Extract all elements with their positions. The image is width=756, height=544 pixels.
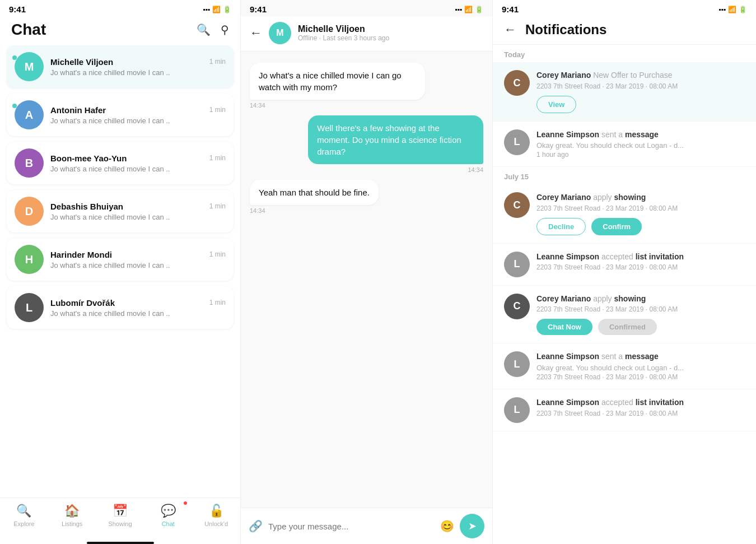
chat-avatar: L	[15, 293, 44, 322]
notif-content: Leanne Simpson sent a message Okay great…	[536, 351, 745, 381]
signal-icon-2: ▪▪▪	[455, 6, 462, 13]
chat-time: 1 min	[209, 106, 226, 114]
notif-name-row: Leanne Simpson sent a message	[536, 129, 745, 141]
chat-item[interactable]: A Antonin Hafer 1 min Jo what's a nice c…	[7, 94, 234, 136]
chat-avatar: D	[15, 197, 44, 226]
notif-action-text: accepted	[601, 252, 636, 261]
search-icon[interactable]: 🔍	[197, 23, 211, 36]
message-wrapper: Well there's a few showing at the moment…	[250, 115, 483, 173]
notif-sender-name: Corey Mariano	[536, 193, 591, 202]
notif-btn-confirmed[interactable]: Confirmed	[598, 319, 657, 335]
status-bar-2: 9:41 ▪▪▪ 📶 🔋	[241, 0, 492, 16]
message-time: 14:34	[468, 166, 483, 173]
chat-item[interactable]: B Boon-mee Yao-Yun 1 min Jo what's a nic…	[7, 142, 234, 184]
notification-item: C Corey Mariano New Offer to Purchase 22…	[493, 62, 756, 122]
notif-btn-confirm[interactable]: Confirm	[591, 218, 642, 235]
chat-time: 1 min	[209, 202, 226, 210]
time-2: 9:41	[250, 4, 267, 14]
time-1: 9:41	[9, 4, 26, 14]
chat-time: 1 min	[209, 154, 226, 162]
notif-action-text: sent a	[601, 130, 625, 139]
notif-sender-name: Leanne Simpson	[536, 398, 599, 407]
online-dot	[12, 55, 17, 60]
nav-item-chat[interactable]: 💬 Chat	[144, 504, 192, 527]
contact-avatar: M	[269, 22, 291, 44]
notif-sender-name: Leanne Simpson	[536, 130, 599, 139]
notifications-back-button[interactable]: ←	[504, 22, 516, 37]
emoji-icon[interactable]: 😊	[440, 519, 454, 533]
chat-preview: Jo what's a nice chilled movie I can ..	[50, 213, 226, 221]
chat-name: Michelle Viljoen	[50, 57, 113, 67]
notif-meta: 2203 7th Street Road · 23 Mar 2019 · 08:…	[536, 373, 745, 381]
status-icons-3: ▪▪▪ 📶 🔋	[718, 6, 747, 13]
notif-action-text: apply	[593, 193, 614, 202]
notif-actions: DeclineConfirm	[536, 218, 745, 235]
notif-btn-decline[interactable]: Decline	[536, 218, 586, 235]
notif-actions: Chat NowConfirmed	[536, 319, 745, 335]
wifi-icon-2: 📶	[464, 6, 473, 13]
online-dot	[12, 104, 17, 108]
section-label-july15: July 15	[493, 167, 756, 184]
nav-item-unlockd[interactable]: 🔓 Unlock'd	[192, 504, 240, 527]
nav-item-showing[interactable]: 📅 Showing	[96, 504, 144, 527]
notifications-panel: 9:41 ▪▪▪ 📶 🔋 ← Notifications Today C Cor…	[493, 0, 756, 544]
notif-content: Leanne Simpson accepted list invitation …	[536, 397, 745, 417]
notification-item: L Leanne Simpson sent a message Okay gre…	[493, 343, 756, 389]
chat-avatar: M	[15, 52, 44, 81]
chat-info: Debashis Bhuiyan 1 min Jo what's a nice …	[50, 202, 226, 221]
chat-item[interactable]: M Michelle Viljoen 1 min Jo what's a nic…	[7, 45, 234, 88]
notif-btn-chat-now[interactable]: Chat Now	[536, 319, 592, 335]
chat-list-panel: 9:41 ▪▪▪ 📶 🔋 Chat 🔍 ⚲ M Michelle Viljoen…	[0, 0, 241, 544]
message-wrapper: Yeah man that should be fine.14:34	[250, 180, 483, 214]
notif-name-row: Leanne Simpson accepted list invitation	[536, 397, 745, 408]
chat-name-row: Antonin Hafer 1 min	[50, 105, 226, 115]
wifi-icon-3: 📶	[728, 6, 736, 13]
notif-keyword: showing	[614, 193, 646, 202]
notif-sub: Okay great. You should check out Logan -…	[536, 141, 745, 150]
nav-label-listings: Listings	[62, 520, 82, 527]
filter-icon[interactable]: ⚲	[221, 23, 229, 36]
contact-info: Michelle Viljoen Offline · Last seen 3 h…	[298, 24, 483, 42]
status-bar-1: 9:41 ▪▪▪ 📶 🔋	[0, 0, 240, 16]
notif-content: Corey Mariano apply showing 2203 7th Str…	[536, 192, 745, 235]
detail-header: ← M Michelle Viljoen Offline · Last seen…	[241, 16, 492, 52]
nav-label-showing: Showing	[108, 520, 132, 527]
notif-btn-view[interactable]: View	[536, 96, 576, 113]
notif-meta: 2203 7th Street Road · 23 Mar 2019 · 08:…	[536, 263, 745, 271]
chat-avatar: H	[15, 245, 44, 274]
chat-time: 1 min	[209, 299, 226, 306]
send-button[interactable]: ➤	[460, 514, 484, 538]
notification-item: C Corey Mariano apply showing 2203 7th S…	[493, 184, 756, 244]
nav-icon-chat: 💬	[161, 504, 176, 518]
chat-item[interactable]: H Harinder Mondi 1 min Jo what's a nice …	[7, 238, 234, 281]
notification-item: C Corey Mariano apply showing 2203 7th S…	[493, 286, 756, 344]
time-3: 9:41	[502, 4, 519, 14]
notif-content: Leanne Simpson sent a message Okay great…	[536, 129, 745, 159]
chat-info: Antonin Hafer 1 min Jo what's a nice chi…	[50, 105, 226, 125]
chat-name-row: Harinder Mondi 1 min	[50, 250, 226, 259]
notif-avatar: L	[504, 351, 530, 377]
attach-icon[interactable]: 🔗	[249, 519, 263, 533]
chat-info: Harinder Mondi 1 min Jo what's a nice ch…	[50, 250, 226, 269]
message-time: 14:34	[250, 207, 265, 214]
nav-item-explore[interactable]: 🔍 Explore	[0, 504, 48, 527]
chat-preview: Jo what's a nice chilled movie I can ..	[50, 309, 226, 318]
notifications-title: Notifications	[525, 22, 606, 38]
signal-icon-3: ▪▪▪	[718, 6, 726, 13]
chat-avatar: A	[15, 100, 44, 129]
back-button[interactable]: ←	[250, 26, 262, 40]
nav-item-listings[interactable]: 🏠 Listings	[48, 504, 96, 527]
notif-actions: View	[536, 96, 745, 113]
battery-icon-3: 🔋	[739, 6, 747, 13]
message-input[interactable]	[268, 522, 435, 531]
wifi-icon: 📶	[212, 6, 221, 13]
status-icons-1: ▪▪▪ 📶 🔋	[203, 6, 231, 13]
chat-item[interactable]: L Lubomír Dvořák 1 min Jo what's a nice …	[7, 286, 234, 329]
message-bubble-outgoing: Well there's a few showing at the moment…	[308, 115, 483, 164]
battery-icon-2: 🔋	[475, 6, 483, 13]
nav-label-chat: Chat	[162, 520, 175, 527]
nav-icon-unlockd: 🔓	[209, 504, 224, 518]
message-time: 14:34	[250, 102, 265, 109]
chat-item[interactable]: D Debashis Bhuiyan 1 min Jo what's a nic…	[7, 190, 234, 233]
notif-name-row: Corey Mariano apply showing	[536, 294, 745, 305]
